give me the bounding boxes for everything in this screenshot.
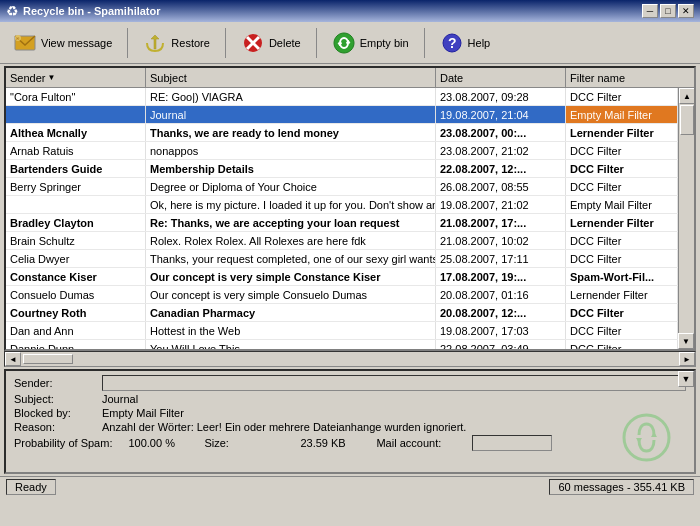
empty-bin-button[interactable]: Empty bin [325, 28, 416, 58]
table-row[interactable]: Bradley Clayton Re: Thanks, we are accep… [6, 214, 678, 232]
cell-subject: Ok, here is my picture. I loaded it up f… [146, 196, 436, 213]
ready-label: Ready [15, 481, 47, 493]
table-row[interactable]: "Cora Fulton" RE: Goo|) VlAGRA 23.08.200… [6, 88, 678, 106]
cell-subject: Rolex. Rolex Rolex. All Rolexes are here… [146, 232, 436, 249]
maximize-button[interactable]: □ [660, 4, 676, 18]
cell-filter: DCC Filter [566, 304, 678, 321]
cell-sender: Celia Dwyer [6, 250, 146, 267]
cell-sender: Berry Springer [6, 178, 146, 195]
window-title: Recycle bin - Spamihilator [23, 5, 161, 17]
title-bar: ♻ Recycle bin - Spamihilator ─ □ ✕ [0, 0, 700, 22]
subject-value: Journal [102, 393, 686, 405]
help-icon: ? [440, 31, 464, 55]
status-left: Ready [6, 479, 56, 495]
cell-filter: Lernender Filter [566, 214, 678, 231]
svg-text:?: ? [448, 35, 457, 51]
table-row[interactable]: Arnab Ratuis nonappos 23.08.2007, 21:02 … [6, 142, 678, 160]
cell-subject: Hottest in the Web [146, 322, 436, 339]
table-row[interactable]: Althea Mcnally Thanks, we are ready to l… [6, 124, 678, 142]
view-message-label: View message [41, 37, 112, 49]
cell-filter: DCC Filter [566, 142, 678, 159]
blocked-by-label: Blocked by: [14, 407, 94, 419]
scroll-down-button[interactable]: ▼ [678, 333, 694, 349]
h-scroll-thumb[interactable] [23, 354, 73, 364]
horizontal-scrollbar[interactable]: ◄ ► [4, 351, 696, 367]
table-row[interactable]: Dan and Ann Hottest in the Web 19.08.200… [6, 322, 678, 340]
cell-date: 25.08.2007, 17:11 [436, 250, 566, 267]
help-button[interactable]: ? Help [433, 28, 498, 58]
restore-button[interactable]: Restore [136, 28, 217, 58]
toolbar: ✉ View message Restore Delete [0, 22, 700, 64]
scroll-thumb[interactable] [680, 105, 694, 135]
h-scroll-track [21, 352, 679, 366]
blocked-by-row: Blocked by: Empty Mail Filter [14, 407, 686, 419]
cell-filter: Lernender Filter [566, 124, 678, 141]
size-label: Size: [204, 437, 284, 449]
cell-sender: Bradley Clayton [6, 214, 146, 231]
cell-date: 19.08.2007, 17:03 [436, 322, 566, 339]
view-message-icon: ✉ [13, 31, 37, 55]
title-bar-buttons: ─ □ ✕ [642, 4, 694, 18]
cell-filter: DCC Filter [566, 178, 678, 195]
scroll-up-button[interactable]: ▲ [679, 88, 695, 104]
sort-arrow-icon: ▼ [47, 73, 55, 82]
cell-date: 21.08.2007, 10:02 [436, 232, 566, 249]
table-row[interactable]: Consuelo Dumas Our concept is very simpl… [6, 286, 678, 304]
title-bar-left: ♻ Recycle bin - Spamihilator [6, 3, 161, 19]
subject-column-header[interactable]: Subject [146, 68, 436, 87]
sender-value-box [102, 375, 686, 391]
table-row[interactable]: Bartenders Guide Membership Details 22.0… [6, 160, 678, 178]
toolbar-separator-2 [225, 28, 226, 58]
table-row[interactable]: Ok, here is my picture. I loaded it up f… [6, 196, 678, 214]
table-row[interactable]: Courtney Roth Canadian Pharmacy 20.08.20… [6, 304, 678, 322]
cell-sender [6, 196, 146, 213]
cell-filter: Spam-Wort-Fil... [566, 268, 678, 285]
table-row[interactable]: Constance Kiser Our concept is very simp… [6, 268, 678, 286]
window-icon: ♻ [6, 3, 19, 19]
toolbar-separator-3 [316, 28, 317, 58]
table-row[interactable]: Dannie Dunn You Will Love This 22.08.200… [6, 340, 678, 349]
cell-sender: Bartenders Guide [6, 160, 146, 177]
minimize-button[interactable]: ─ [642, 4, 658, 18]
cell-date: 19.08.2007, 21:02 [436, 196, 566, 213]
table-row[interactable]: Brain Schultz Rolex. Rolex Rolex. All Ro… [6, 232, 678, 250]
cell-date: 23.08.2007, 09:28 [436, 88, 566, 105]
scroll-right-button[interactable]: ► [679, 352, 695, 366]
size-value: 23.59 KB [300, 437, 360, 449]
cell-subject: Membership Details [146, 160, 436, 177]
table-row[interactable]: Celia Dwyer Thanks, your request complet… [6, 250, 678, 268]
scroll-track [679, 105, 694, 334]
message-count-pane: 60 messages - 355.41 KB [549, 479, 694, 495]
filter-column-header[interactable]: Filter name [566, 68, 694, 87]
cell-subject: Thanks, we are ready to lend money [146, 124, 436, 141]
cell-filter: DCC Filter [566, 250, 678, 267]
delete-button[interactable]: Delete [234, 28, 308, 58]
date-column-header[interactable]: Date [436, 68, 566, 87]
table-row[interactable]: Berry Springer Degree or Diploma of Your… [6, 178, 678, 196]
table-row[interactable]: Journal 19.08.2007, 21:04 Empty Mail Fil… [6, 106, 678, 124]
probability-label: Probability of Spam: [14, 437, 112, 449]
vertical-scrollbar[interactable]: ▲ ▼ [678, 88, 694, 349]
toolbar-separator-4 [424, 28, 425, 58]
message-count: 60 messages - 355.41 KB [558, 481, 685, 493]
empty-bin-label: Empty bin [360, 37, 409, 49]
cell-sender: Brain Schultz [6, 232, 146, 249]
expand-panel-button[interactable]: ▼ [678, 371, 694, 387]
scroll-left-button[interactable]: ◄ [5, 352, 21, 366]
cell-sender: Dannie Dunn [6, 340, 146, 349]
close-button[interactable]: ✕ [678, 4, 694, 18]
sender-row: Sender: [14, 375, 686, 391]
detail-panel: ▼ Sender: Subject: Journal Blocked by: E… [4, 369, 696, 474]
mail-account-value-box [472, 435, 552, 451]
status-bar: Ready 60 messages - 355.41 KB [0, 476, 700, 496]
email-list-body[interactable]: "Cora Fulton" RE: Goo|) VlAGRA 23.08.200… [6, 88, 694, 349]
cell-sender: "Cora Fulton" [6, 88, 146, 105]
cell-subject: nonappos [146, 142, 436, 159]
subject-label: Subject: [14, 393, 94, 405]
cell-date: 21.08.2007, 17:... [436, 214, 566, 231]
view-message-button[interactable]: ✉ View message [6, 28, 119, 58]
probability-value: 100.00 % [128, 437, 188, 449]
sender-column-header[interactable]: Sender ▼ [6, 68, 146, 87]
cell-date: 23.08.2007, 21:02 [436, 142, 566, 159]
probability-row: Probability of Spam: 100.00 % Size: 23.5… [14, 435, 686, 451]
